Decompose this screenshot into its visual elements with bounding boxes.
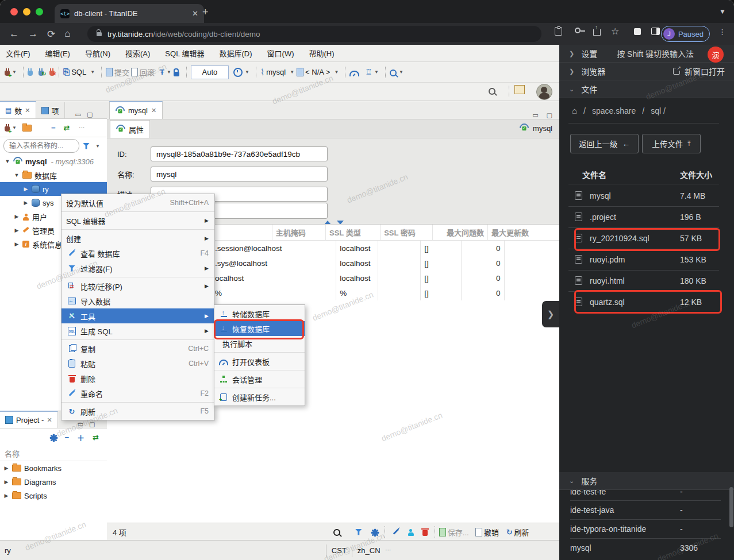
sql-dropdown-icon[interactable]: ▼ xyxy=(90,69,95,75)
go-up-button[interactable]: 返回上一级← xyxy=(570,134,639,153)
tab-project[interactable]: Project - ✕ xyxy=(0,411,58,428)
service-row[interactable]: mysql3306 xyxy=(559,538,734,557)
rollback-button[interactable]: 回滚 xyxy=(140,67,155,78)
service-row[interactable]: ide-test-java- xyxy=(559,500,734,519)
menu-item-rename[interactable]: 重命名F2 xyxy=(62,386,214,401)
grid-user-icon[interactable] xyxy=(408,529,414,536)
tree-item-scripts[interactable]: ▶ Scripts xyxy=(0,489,107,503)
back-icon[interactable]: ← xyxy=(9,28,19,40)
edit-cell-icon[interactable] xyxy=(393,528,399,535)
breadcrumb-dir[interactable]: space.share xyxy=(592,106,636,115)
side-panel-icon[interactable] xyxy=(651,28,660,35)
new-connection-dropdown-icon[interactable]: ▼ xyxy=(12,69,17,75)
sidebar-files-row[interactable]: ⌄ 文件 xyxy=(559,80,734,98)
name-field[interactable] xyxy=(151,167,328,181)
breadcrumb-leaf[interactable]: sql / xyxy=(651,106,666,115)
subtab-properties[interactable]: 属性 xyxy=(110,120,150,138)
tab-close-icon[interactable]: ✕ xyxy=(151,107,156,114)
commit-icon[interactable] xyxy=(106,68,113,76)
url-bar[interactable]: try.titanide.cn/ide/web/coding/db-client… xyxy=(87,26,541,42)
tree-item-bookmarks[interactable]: ▶ Bookmarks xyxy=(0,461,107,475)
minimize-panel-icon[interactable]: ▭ xyxy=(78,420,83,428)
transaction-mode-icon[interactable]: Ŧ xyxy=(160,68,164,76)
menu-item-tools[interactable]: 工具▶ xyxy=(62,308,214,323)
save-icon[interactable] xyxy=(439,528,446,536)
sidebar-browser-row[interactable]: ❯ 浏览器 新窗口打开 xyxy=(559,63,734,80)
new-folder-icon[interactable] xyxy=(22,125,32,132)
tab-close-icon[interactable]: ✕ xyxy=(192,9,198,18)
tab-database-navigator[interactable]: ▤ 数 ✕ xyxy=(0,101,36,118)
minimize-window-button[interactable] xyxy=(23,8,30,16)
quick-search-icon[interactable] xyxy=(489,88,495,95)
browser-tab[interactable]: <t> db-client - TitanIDE ✕ xyxy=(55,4,204,23)
dolphin-connection-icon[interactable]: ⌇ xyxy=(260,67,264,78)
sql-journal-icon[interactable]: ⎘ xyxy=(63,67,70,77)
save-button[interactable]: 保存... xyxy=(448,527,469,538)
disconnect-icon[interactable] xyxy=(49,71,55,76)
auto-commit-combo[interactable]: Auto xyxy=(191,65,229,79)
grid-filter-icon[interactable] xyxy=(355,529,362,535)
menu-item-import-data[interactable]: 导入数据 xyxy=(62,293,214,308)
perspective-avatar[interactable] xyxy=(536,84,552,100)
sidebar-scrollbar[interactable] xyxy=(729,487,733,527)
menu-navigate[interactable]: 导航(N) xyxy=(85,48,110,59)
submenu-item-open-dashboard[interactable]: 打开仪表板 xyxy=(214,354,305,369)
browser-menu-icon[interactable]: ⋮ xyxy=(718,28,726,36)
refresh-icon[interactable]: ↻ xyxy=(506,528,513,536)
service-row[interactable]: ide-typora-on-titanide- xyxy=(559,519,734,538)
search-dropdown-icon[interactable]: ▼ xyxy=(399,69,403,75)
sql-editor-button[interactable]: SQL xyxy=(71,68,86,76)
file-row-project[interactable]: .project196 B xyxy=(559,206,734,227)
topology-dropdown-icon[interactable]: ▼ xyxy=(374,69,379,75)
demo-badge[interactable]: 演 xyxy=(708,47,724,63)
menu-database[interactable]: 数据库(D) xyxy=(220,48,252,59)
share-icon[interactable] xyxy=(593,29,601,36)
tab-close-icon[interactable]: ✕ xyxy=(47,416,52,424)
menu-item-compare-migrate[interactable]: 比较/迁移(P)▶ xyxy=(62,279,214,293)
profile-chip[interactable]: J Paused xyxy=(661,26,710,42)
expand-all-icon[interactable]: ＋ xyxy=(77,432,84,443)
new-tab-button[interactable]: + xyxy=(202,7,209,17)
schema-selector[interactable]: < N/A > xyxy=(305,68,330,76)
project-settings-gear-icon[interactable] xyxy=(51,435,56,441)
minimize-panel-icon[interactable]: ▭ xyxy=(75,111,81,118)
refresh-button[interactable]: 刷新 xyxy=(514,527,529,538)
upload-file-button[interactable]: 上传文件⤒ xyxy=(642,134,701,153)
schema-icon[interactable] xyxy=(297,68,303,76)
collapse-all-icon[interactable]: − xyxy=(64,433,69,442)
delete-row-icon[interactable] xyxy=(422,530,428,536)
menu-help[interactable]: 帮助(H) xyxy=(309,48,334,59)
connection-selector[interactable]: mysql xyxy=(266,68,286,76)
grid-settings-icon[interactable] xyxy=(372,530,378,535)
table-filter-input[interactable] xyxy=(3,139,79,153)
tree-item-databases[interactable]: ▼ 数据库 xyxy=(0,168,107,182)
grid-search-icon[interactable] xyxy=(333,529,340,536)
maximize-window-button[interactable] xyxy=(36,8,43,16)
menu-item-create[interactable]: 创建▶ xyxy=(62,231,214,246)
view-menu-icon[interactable]: ⋮ xyxy=(79,125,85,131)
menu-item-paste[interactable]: 粘贴Ctrl+V xyxy=(62,356,214,371)
link-editor-icon[interactable]: ⇄ xyxy=(93,433,99,442)
lock-icon[interactable] xyxy=(97,32,102,36)
menu-sql-editor[interactable]: SQL 编辑器 xyxy=(165,48,204,59)
perspective-grid-icon[interactable] xyxy=(514,85,525,94)
bookmark-star-icon[interactable]: ☆ xyxy=(611,26,619,37)
submenu-item-session-manager[interactable]: 会话管理 xyxy=(214,372,305,387)
new-connection-icon[interactable] xyxy=(5,71,10,76)
undo-button[interactable]: 撤销 xyxy=(484,527,499,538)
editor-context-db[interactable]: mysql xyxy=(520,123,552,133)
maximize-panel-icon[interactable]: ▢ xyxy=(87,111,93,118)
connection-dropdown-icon[interactable]: ▼ xyxy=(290,69,294,75)
id-field[interactable] xyxy=(151,146,328,161)
home-icon[interactable]: ⌂ xyxy=(572,106,577,115)
collapse-all-icon[interactable]: − xyxy=(51,123,56,132)
clipboard-icon[interactable] xyxy=(555,27,562,36)
history-dropdown-icon[interactable]: ▼ xyxy=(245,69,249,75)
menu-item-filter[interactable]: 过滤器(F)▶ xyxy=(62,261,214,276)
minimize-editor-icon[interactable]: ▭ xyxy=(532,111,538,119)
maximize-panel-icon[interactable]: ▢ xyxy=(89,420,95,428)
menu-item-set-default[interactable]: 设为默认值Shift+Ctrl+A xyxy=(62,195,214,210)
topology-icon[interactable]: ♖ xyxy=(365,68,372,76)
connect-icon[interactable] xyxy=(28,71,33,76)
history-clock-icon[interactable] xyxy=(233,68,243,77)
